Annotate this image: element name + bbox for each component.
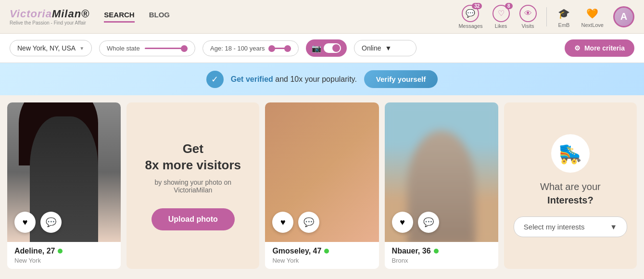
online-chevron: ▼ bbox=[385, 44, 392, 52]
adeline-actions: ♥ 💬 bbox=[14, 212, 62, 233]
adeline-online-dot bbox=[58, 249, 63, 254]
state-thumb[interactable] bbox=[181, 45, 188, 52]
gmoseley-info: Gmoseley, 47 New York bbox=[265, 242, 379, 269]
location-filter[interactable]: New York, NY, USA ▼ bbox=[10, 40, 92, 56]
profile-card-adeline: ♥ 💬 Adeline, 27 New York bbox=[7, 102, 121, 269]
main-nav: SEARCH BLOG bbox=[104, 11, 170, 23]
select-interests-button[interactable]: Select my interests ▼ bbox=[514, 216, 627, 237]
nav-blog[interactable]: BLOG bbox=[149, 11, 170, 23]
header-divider bbox=[546, 7, 547, 26]
age-label: Age: 18 - 100 years bbox=[210, 45, 265, 52]
adeline-info: Adeline, 27 New York bbox=[7, 242, 121, 269]
location-chevron: ▼ bbox=[79, 46, 84, 51]
search-bar: New York, NY, USA ▼ Whole state Age: 18 … bbox=[0, 34, 644, 63]
age-track bbox=[270, 48, 291, 49]
upload-photo-button[interactable]: Upload photo bbox=[152, 208, 235, 230]
filter-icon: ⚙ bbox=[574, 44, 581, 52]
verify-button[interactable]: Verify yourself bbox=[364, 70, 438, 88]
toggle-knob bbox=[332, 44, 340, 52]
gmoseley-message-btn[interactable]: 💬 bbox=[298, 212, 319, 233]
more-criteria-label: More criteria bbox=[584, 44, 625, 52]
photo-toggle[interactable]: 📷 bbox=[306, 39, 347, 57]
adeline-name-text: Adeline, 27 bbox=[14, 247, 55, 255]
gmoseley-actions: ♥ 💬 bbox=[272, 212, 319, 233]
online-value: Online bbox=[362, 44, 381, 52]
nbauer-info: Nbauer, 36 Bronx bbox=[385, 242, 498, 269]
likes-badge: 8 bbox=[505, 3, 513, 9]
likes-icon: ♡ 8 bbox=[492, 5, 510, 22]
nextlove-icon: 🧡 bbox=[585, 6, 600, 21]
promo-subtitle: by showing your photo onVictoriaMilan bbox=[155, 178, 232, 194]
nextlove-btn[interactable]: 🧡 NextLove bbox=[581, 6, 604, 28]
adeline-like-btn[interactable]: ♥ bbox=[14, 212, 36, 233]
adeline-message-btn[interactable]: 💬 bbox=[40, 212, 62, 233]
gmoseley-like-btn[interactable]: ♥ bbox=[272, 212, 293, 233]
messages-btn[interactable]: 💬 32 Messages bbox=[458, 5, 482, 29]
verify-icon: ✓ bbox=[206, 71, 224, 88]
visits-icon: 👁 bbox=[519, 5, 537, 22]
interests-icon: 🛼 bbox=[551, 134, 590, 173]
messages-label: Messages bbox=[458, 23, 482, 29]
nbauer-actions: ♥ 💬 bbox=[392, 212, 439, 233]
brand-tagline: Relive the Passion - Find your Affair bbox=[10, 20, 89, 25]
profile-card-nbauer: ♥ 💬 Nbauer, 36 Bronx bbox=[385, 102, 498, 269]
gmoseley-location: New York bbox=[272, 257, 371, 264]
logo: VictoriaMilan® Relive the Passion - Find… bbox=[10, 8, 89, 25]
nbauer-location: Bronx bbox=[392, 257, 491, 264]
nav-search[interactable]: SEARCH bbox=[104, 11, 134, 23]
nbauer-online-dot bbox=[434, 249, 439, 254]
promo-title: Get8x more visitors bbox=[145, 141, 241, 174]
nextlove-label: NextLove bbox=[581, 22, 604, 28]
verify-banner: ✓ Get verified and 10x your popularity. … bbox=[0, 63, 644, 95]
profile-card-gmoseley: ♥ 💬 Gmoseley, 47 New York bbox=[265, 102, 379, 269]
nbauer-like-btn[interactable]: ♥ bbox=[392, 212, 413, 233]
location-value: New York, NY, USA bbox=[17, 44, 76, 52]
verify-strong: Get verified bbox=[231, 75, 273, 83]
likes-btn[interactable]: ♡ 8 Likes bbox=[492, 5, 510, 29]
online-filter[interactable]: Online ▼ bbox=[354, 40, 417, 56]
adeline-location: New York bbox=[14, 257, 114, 264]
messages-badge: 32 bbox=[472, 3, 482, 9]
nbauer-name: Nbauer, 36 bbox=[392, 247, 491, 255]
verify-rest: and 10x your popularity. bbox=[273, 75, 357, 83]
state-track bbox=[145, 48, 188, 49]
header: VictoriaMilan® Relive the Passion - Find… bbox=[0, 0, 644, 34]
more-criteria-button[interactable]: ⚙ More criteria bbox=[565, 39, 634, 57]
visits-label: Visits bbox=[521, 23, 534, 29]
interests-title: What are yourInterests? bbox=[540, 180, 601, 207]
interests-card: 🛼 What are yourInterests? Select my inte… bbox=[504, 102, 637, 269]
gmoseley-name: Gmoseley, 47 bbox=[272, 247, 371, 255]
visits-btn[interactable]: 👁 Visits bbox=[519, 5, 537, 29]
promo-card: Get8x more visitors by showing your phot… bbox=[126, 102, 259, 269]
messages-icon: 💬 32 bbox=[462, 5, 479, 22]
age-filter[interactable]: Age: 18 - 100 years bbox=[202, 40, 299, 56]
nbauer-message-btn[interactable]: 💬 bbox=[418, 212, 439, 233]
gmoseley-name-text: Gmoseley, 47 bbox=[272, 247, 321, 255]
likes-label: Likes bbox=[495, 23, 507, 29]
camera-icon: 📷 bbox=[312, 44, 321, 53]
state-label: Whole state bbox=[107, 45, 140, 52]
select-interests-chevron: ▼ bbox=[610, 223, 617, 231]
age-thumb-max[interactable] bbox=[284, 45, 291, 52]
verify-text: Get verified and 10x your popularity. bbox=[231, 75, 357, 84]
gmoseley-online-dot bbox=[324, 249, 329, 254]
nbauer-name-text: Nbauer, 36 bbox=[392, 247, 431, 255]
emb-label: EmB bbox=[558, 22, 570, 28]
main-content: ♥ 💬 Adeline, 27 New York Get8x more visi… bbox=[0, 95, 644, 276]
brand-name: VictoriaMilan® bbox=[10, 8, 89, 20]
emb-icon: 🎓 bbox=[556, 6, 572, 21]
age-thumb-min[interactable] bbox=[268, 45, 275, 52]
avatar[interactable]: A bbox=[613, 6, 634, 27]
select-interests-label: Select my interests bbox=[524, 223, 585, 231]
state-filter[interactable]: Whole state bbox=[99, 40, 195, 56]
emb-btn[interactable]: 🎓 EmB bbox=[556, 6, 572, 28]
header-right: 💬 32 Messages ♡ 8 Likes 👁 Visits 🎓 EmB 🧡… bbox=[458, 5, 634, 29]
adeline-name: Adeline, 27 bbox=[14, 247, 114, 255]
toggle-switch[interactable] bbox=[324, 43, 341, 53]
